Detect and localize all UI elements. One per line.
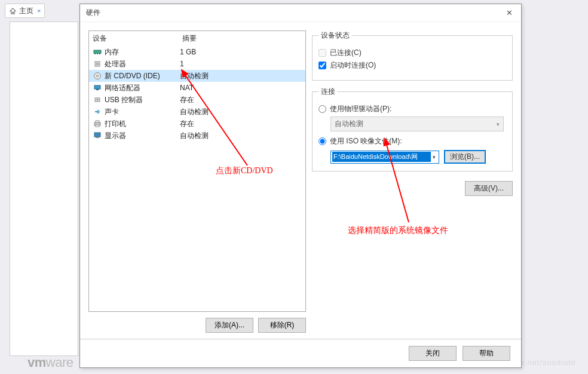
svg-rect-5 (96, 63, 99, 65)
iso-input[interactable] (318, 137, 326, 145)
svg-rect-3 (99, 53, 100, 54)
list-item-sound[interactable]: 声卡 自动检测 (89, 106, 305, 118)
home-icon (9, 7, 17, 15)
list-item-usb[interactable]: USB 控制器 存在 (89, 94, 305, 106)
svg-rect-15 (94, 133, 100, 137)
help-button[interactable]: 帮助 (463, 346, 510, 361)
status-legend: 设备状态 (318, 30, 352, 41)
connect-poweron-checkbox[interactable]: 启动时连接(O) (318, 60, 506, 70)
annotation-click-cd: 点击新CD/DVD (216, 165, 273, 176)
dialog-title: 硬件 (86, 8, 100, 18)
connection-group: 连接 使用物理驱动器(P): 自动检测 ▾ 使用 ISO 映像文件(M): F:… (312, 87, 513, 171)
vmware-logo: vmware (27, 355, 73, 370)
svg-rect-2 (97, 53, 98, 54)
dialog-footer: 关闭 帮助 (80, 339, 521, 367)
connect-poweron-input[interactable] (318, 62, 326, 69)
list-item-memory[interactable]: 内存 1 GB (89, 46, 305, 58)
tab-close-icon[interactable]: × (37, 7, 41, 14)
list-header: 设备 摘要 (89, 31, 305, 46)
close-button[interactable]: 关闭 (409, 346, 457, 361)
close-icon[interactable]: ✕ (503, 7, 515, 19)
svg-rect-17 (96, 137, 99, 138)
svg-rect-13 (96, 121, 99, 122)
tab-label: 主页 (19, 6, 33, 16)
usb-icon (93, 96, 102, 104)
printer-icon (93, 119, 102, 128)
remove-button[interactable]: 移除(R) (258, 318, 306, 333)
list-item-network[interactable]: 网络适配器 NAT (89, 82, 305, 94)
svg-point-11 (97, 99, 98, 100)
device-list[interactable]: 设备 摘要 内存 1 GB 处理器 1 新 CD/DVD (IDE) 自动检测 … (88, 30, 306, 312)
connected-input (318, 49, 326, 57)
svg-rect-1 (94, 53, 96, 54)
connection-legend: 连接 (318, 87, 338, 97)
chevron-down-icon: ▾ (497, 121, 500, 127)
use-iso-radio[interactable]: 使用 ISO 映像文件(M): (318, 136, 506, 146)
iso-path-combo[interactable]: F:\BaiduNetdiskDownload\网 ▾ (330, 151, 439, 164)
svg-rect-0 (94, 50, 101, 53)
cpu-icon (93, 60, 102, 68)
connected-checkbox: 已连接(C) (318, 48, 506, 58)
svg-rect-8 (94, 85, 100, 89)
use-physical-radio[interactable]: 使用物理驱动器(P): (318, 104, 506, 114)
settings-pane: 设备状态 已连接(C) 启动时连接(O) 连接 使用物理驱动器(P): 自动检测 (312, 30, 513, 339)
svg-rect-16 (96, 137, 99, 137)
list-item-display[interactable]: 显示器 自动检测 (89, 130, 305, 142)
hardware-dialog: 硬件 ✕ 设备 摘要 内存 1 GB 处理器 1 新 CD/DVD (IDE (79, 4, 522, 368)
svg-rect-14 (96, 125, 99, 127)
chevron-down-icon[interactable]: ▾ (431, 154, 437, 160)
background-panel (10, 22, 78, 356)
disc-icon (93, 72, 102, 80)
add-button[interactable]: 添加(A)... (206, 318, 253, 333)
annotation-select-iso: 选择精简版的系统镜像文件 (348, 225, 448, 236)
home-tab[interactable]: 主页 × (5, 4, 45, 18)
browse-button[interactable]: 浏览(B)... (444, 150, 486, 164)
list-item-printer[interactable]: 打印机 存在 (89, 118, 305, 130)
header-summary: 摘要 (182, 33, 302, 44)
dialog-titlebar: 硬件 ✕ (80, 4, 521, 22)
memory-icon (93, 48, 102, 56)
network-icon (93, 84, 102, 92)
svg-rect-9 (96, 89, 99, 90)
sound-icon (93, 108, 102, 116)
physical-drive-combo: 自动检测 ▾ (330, 117, 504, 131)
physical-input[interactable] (318, 105, 326, 113)
advanced-button[interactable]: 高级(V)... (465, 181, 513, 196)
display-icon (93, 131, 102, 140)
device-status-group: 设备状态 已连接(C) 启动时连接(O) (312, 30, 513, 81)
list-item-cpu[interactable]: 处理器 1 (89, 58, 305, 70)
header-device: 设备 (93, 33, 182, 44)
svg-point-7 (97, 75, 99, 77)
device-pane: 设备 摘要 内存 1 GB 处理器 1 新 CD/DVD (IDE) 自动检测 … (88, 30, 306, 339)
list-item-cddvd[interactable]: 新 CD/DVD (IDE) 自动检测 (89, 70, 305, 82)
